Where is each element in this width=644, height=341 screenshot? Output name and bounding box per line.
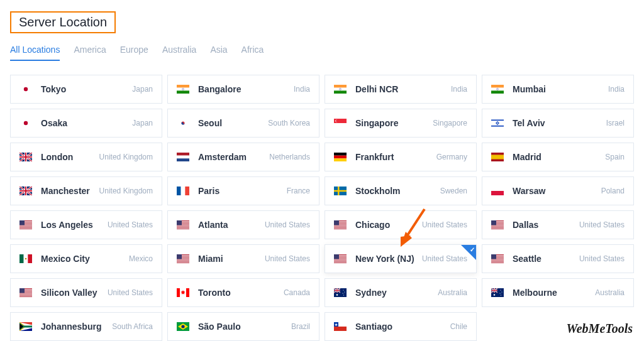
location-city: Singapore xyxy=(355,118,428,128)
svg-point-127 xyxy=(499,293,500,293)
tab-europe[interactable]: Europe xyxy=(120,45,148,61)
svg-rect-37 xyxy=(185,187,189,195)
svg-rect-92 xyxy=(334,261,347,261)
tab-all-locations[interactable]: All Locations xyxy=(10,45,60,61)
flag-icon xyxy=(491,288,504,297)
location-country: Brazil xyxy=(291,322,310,331)
location-card[interactable]: MadridSpain xyxy=(482,143,634,171)
location-card[interactable]: WarsawPoland xyxy=(482,176,634,205)
svg-point-15 xyxy=(24,121,28,125)
svg-rect-41 xyxy=(491,187,504,191)
location-card[interactable]: BangaloreIndia xyxy=(167,75,319,104)
svg-rect-4 xyxy=(177,90,189,94)
flag-icon xyxy=(19,220,32,229)
flag-icon xyxy=(19,119,32,127)
location-card[interactable]: AtlantaUnited States xyxy=(167,210,319,239)
location-card[interactable]: SydneyAustralia xyxy=(325,278,477,307)
location-card[interactable]: ChicagoUnited States xyxy=(325,210,477,239)
location-city: Osaka xyxy=(41,118,127,128)
location-country: Singapore xyxy=(433,119,467,127)
svg-point-133 xyxy=(181,325,184,328)
flag-icon xyxy=(19,153,32,161)
svg-rect-71 xyxy=(491,225,504,226)
location-card[interactable]: MelbourneAustralia xyxy=(482,278,634,307)
location-card[interactable]: FrankfurtGermany xyxy=(325,143,477,171)
svg-rect-112 xyxy=(177,288,180,297)
svg-rect-7 xyxy=(334,88,347,91)
tab-australia[interactable]: Australia xyxy=(162,45,196,61)
location-card[interactable]: Delhi NCRIndia xyxy=(325,75,477,104)
svg-rect-64 xyxy=(334,227,347,227)
location-city: Bangalore xyxy=(198,84,289,94)
location-card[interactable]: ParisFrance xyxy=(167,176,319,205)
location-country: United Kingdom xyxy=(99,153,153,161)
location-city: Tel Aviv xyxy=(513,118,601,128)
location-card[interactable]: JohannesburgSouth Africa xyxy=(10,312,162,341)
location-card[interactable]: Los AngelesUnited States xyxy=(10,210,162,239)
svg-rect-101 xyxy=(491,262,504,263)
location-card[interactable]: MiamiUnited States xyxy=(167,244,319,273)
flag-icon xyxy=(334,85,347,94)
location-card[interactable]: StockholmSweden xyxy=(325,176,477,205)
location-card[interactable]: New York (NJ)United States✓ xyxy=(325,244,477,273)
flag-icon xyxy=(334,288,347,297)
location-city: Dallas xyxy=(513,220,574,230)
location-card[interactable]: Mexico CityMexico xyxy=(10,244,162,273)
svg-rect-77 xyxy=(28,254,32,263)
location-country: Netherlands xyxy=(269,153,310,161)
svg-rect-94 xyxy=(334,254,339,259)
svg-rect-108 xyxy=(19,295,32,295)
location-card[interactable]: ManchesterUnited Kingdom xyxy=(10,176,162,205)
watermark: WebMeTools xyxy=(566,322,633,336)
svg-rect-40 xyxy=(334,190,347,192)
location-country: United States xyxy=(108,288,153,297)
svg-rect-83 xyxy=(177,259,189,260)
location-city: Los Angeles xyxy=(41,220,103,230)
svg-rect-11 xyxy=(491,88,504,91)
location-card[interactable]: AmsterdamNetherlands xyxy=(167,143,319,171)
svg-rect-24 xyxy=(491,126,504,127)
location-card[interactable]: MumbaiIndia xyxy=(482,75,634,104)
svg-rect-29 xyxy=(334,153,347,156)
tab-asia[interactable]: Asia xyxy=(210,45,227,61)
location-card[interactable]: LondonUnited Kingdom xyxy=(10,143,162,171)
location-country: Australia xyxy=(595,288,625,297)
flag-icon xyxy=(177,288,189,297)
svg-rect-30 xyxy=(334,156,347,159)
location-card[interactable]: DallasUnited States xyxy=(482,210,634,239)
svg-rect-49 xyxy=(19,228,32,229)
flag-icon xyxy=(19,85,32,94)
svg-rect-35 xyxy=(177,187,181,195)
location-country: South Africa xyxy=(112,322,153,331)
location-city: Miami xyxy=(198,254,260,264)
svg-rect-36 xyxy=(181,187,186,195)
location-city: Atlanta xyxy=(198,220,260,230)
location-city: Seoul xyxy=(198,118,263,128)
location-city: Manchester xyxy=(41,186,94,196)
tab-america[interactable]: America xyxy=(74,45,106,61)
location-card[interactable]: Silicon ValleyUnited States xyxy=(10,278,162,307)
svg-rect-91 xyxy=(334,259,347,260)
location-card[interactable]: SantiagoChile xyxy=(325,312,477,341)
location-card[interactable]: SeoulSouth Korea xyxy=(167,109,319,138)
location-card[interactable]: SeattleUnited States xyxy=(482,244,634,273)
location-city: Silicon Valley xyxy=(41,288,103,298)
location-card[interactable]: OsakaJapan xyxy=(10,109,162,138)
location-country: Germany xyxy=(436,153,467,161)
svg-rect-12 xyxy=(491,90,504,94)
svg-rect-27 xyxy=(177,156,189,159)
location-country: United States xyxy=(108,220,153,229)
location-city: Warsaw xyxy=(513,186,596,196)
location-card[interactable]: TokyoJapan xyxy=(10,75,162,104)
location-card[interactable]: São PauloBrazil xyxy=(167,312,319,341)
location-card[interactable]: SingaporeSingapore xyxy=(325,109,477,138)
location-country: Japan xyxy=(132,85,153,94)
location-country: Australia xyxy=(438,288,467,297)
flag-icon xyxy=(19,254,32,263)
flag-icon xyxy=(491,153,504,161)
tab-africa[interactable]: Africa xyxy=(242,45,264,61)
svg-point-121 xyxy=(344,293,345,294)
location-card[interactable]: TorontoCanada xyxy=(167,278,319,307)
flag-icon xyxy=(177,322,189,331)
location-card[interactable]: Tel AvivIsrael xyxy=(482,109,634,138)
